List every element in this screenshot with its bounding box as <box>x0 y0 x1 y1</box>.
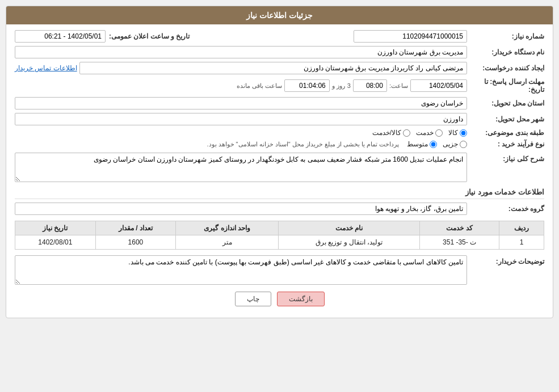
col-service-code: کد خدمت <box>420 221 499 235</box>
row-buyer-description: توضیحات خریدار: <box>15 255 544 285</box>
purchase-type-note: پرداخت تمام یا بخشی از مبلغ خریداز محل "… <box>207 141 399 148</box>
row-buyer-org: نام دستگاه خریدار: <box>15 46 544 58</box>
city-label: شهر محل تحویل: <box>470 115 544 123</box>
cell-service-name: تولید، انتقال و توزیع برق <box>279 235 420 250</box>
cell-need-date: 1402/08/01 <box>15 235 96 250</box>
purchase-jozi-label: جزیی <box>443 140 458 148</box>
service-group-input[interactable] <box>15 203 467 215</box>
buyer-description-value-col <box>15 255 467 285</box>
response-deadline-value-col: ساعت: 3 روز و ساعت باقی مانده <box>15 79 467 92</box>
need-number-input[interactable] <box>354 30 467 43</box>
service-group-value-col <box>15 203 467 215</box>
category-radio-kala[interactable] <box>460 129 467 137</box>
table-row: 1 ت -35- 351 تولید، انتقال و توزیع برق م… <box>15 235 544 250</box>
purchase-type-label: نوع فرآیند خرید : <box>470 140 544 148</box>
city-input[interactable] <box>15 113 467 125</box>
purchase-type-value-col: جزیی متوسط پرداخت تمام یا بخشی از مبلغ خ… <box>15 140 467 148</box>
col-row-num: ردیف <box>499 221 544 235</box>
col-need-date: تاریخ نیاز <box>15 221 96 235</box>
province-label: استان محل تحویل: <box>470 99 544 107</box>
row-response-deadline: مهلت ارسال پاسخ: تا تاریخ: ساعت: 3 روز و… <box>15 78 544 94</box>
creator-label: ایجاد کننده درخواست: <box>470 64 544 72</box>
category-kala-label: کالا <box>448 129 458 137</box>
purchase-jozi-radio[interactable] <box>460 141 467 148</box>
province-value-col <box>15 97 467 109</box>
description-label: شرح کلی نیاز: <box>470 153 544 163</box>
announcement-date-input[interactable] <box>15 30 106 43</box>
page-title: جزئیات اطلاعات نیاز <box>246 11 313 20</box>
creator-value-col: اطلاعات تماس خریدار <box>15 62 467 74</box>
category-option-kala-khedmat: کالا/خدمت <box>372 129 410 137</box>
category-khedmat-label: خدمت <box>416 129 434 137</box>
col-quantity: تعداد / مقدار <box>95 221 176 235</box>
button-row: بازگشت چاپ <box>15 292 544 312</box>
services-table: ردیف کد خدمت نام خدمت واحد اندازه گیری ت… <box>15 221 544 250</box>
cell-row-num: 1 <box>499 235 544 250</box>
purchase-mota-vaset-label: متوسط <box>407 140 428 148</box>
city-value-col <box>15 113 467 125</box>
purchase-mota-vaset: متوسط <box>407 140 437 148</box>
category-radio-khedmat[interactable] <box>435 129 443 137</box>
print-button[interactable]: چاپ <box>235 292 271 306</box>
response-remaining-label: ساعت باقی مانده <box>237 82 282 90</box>
service-group-label: گروه خدمت: <box>470 205 544 213</box>
col-unit: واحد اندازه گیری <box>176 221 279 235</box>
category-label: طبقه بندی موضوعی: <box>470 129 544 137</box>
description-value-col <box>15 153 467 182</box>
response-deadline-label: مهلت ارسال پاسخ: تا تاریخ: <box>470 78 544 94</box>
need-number-label: شماره نیاز: <box>470 32 544 40</box>
table-header-row: ردیف کد خدمت نام خدمت واحد اندازه گیری ت… <box>15 221 544 235</box>
category-option-kala: کالا <box>448 129 467 137</box>
purchase-jozi: جزیی <box>443 140 467 148</box>
row-service-group: گروه خدمت: <box>15 203 544 215</box>
card-body: شماره نیاز: تاریخ و ساعت اعلان عمومی: نا… <box>6 24 553 318</box>
main-card: جزئیات اطلاعات نیاز شماره نیاز: تاریخ و … <box>6 6 553 318</box>
response-days-value: 3 <box>347 82 351 89</box>
row-creator: ایجاد کننده درخواست: اطلاعات تماس خریدار <box>15 62 544 74</box>
services-table-section: ردیف کد خدمت نام خدمت واحد اندازه گیری ت… <box>15 221 544 250</box>
description-textarea[interactable] <box>15 153 467 182</box>
cell-unit: متر <box>176 235 279 250</box>
need-number-value-col <box>193 30 467 43</box>
response-date-input[interactable] <box>410 79 467 92</box>
province-input[interactable] <box>15 97 467 109</box>
row-description: شرح کلی نیاز: <box>15 153 544 182</box>
buyer-org-input[interactable] <box>15 46 467 58</box>
back-button[interactable]: بازگشت <box>277 292 325 306</box>
response-time-label: ساعت: <box>389 82 408 90</box>
category-radio-group: کالا خدمت کالا/خدمت <box>15 129 467 137</box>
cell-quantity: 1600 <box>95 235 176 250</box>
purchase-type-radio-group: جزیی متوسط <box>407 140 467 148</box>
category-radio-kala-khedmat[interactable] <box>403 129 410 137</box>
response-time-input[interactable] <box>353 79 387 92</box>
cell-service-code: ت -35- 351 <box>420 235 499 250</box>
buyer-org-value-col <box>15 46 467 58</box>
announcement-date-col <box>15 30 106 43</box>
row-province: استان محل تحویل: <box>15 97 544 109</box>
purchase-mota-vaset-radio[interactable] <box>430 141 437 148</box>
services-info-title: اطلاعات خدمات مورد نیاز <box>15 188 544 199</box>
row-category: طبقه بندی موضوعی: کالا خدمت کالا/خدمت <box>15 129 544 137</box>
page-wrapper: جزئیات اطلاعات نیاز شماره نیاز: تاریخ و … <box>0 0 559 392</box>
col-service-name: نام خدمت <box>279 221 420 235</box>
category-kala-khedmat-label: کالا/خدمت <box>372 129 401 137</box>
response-remaining-input[interactable] <box>284 79 330 92</box>
card-header: جزئیات اطلاعات نیاز <box>6 6 553 24</box>
response-days-label: روز و <box>332 82 345 90</box>
announcement-date-label: تاریخ و ساعت اعلان عمومی: <box>109 32 190 40</box>
row-city: شهر محل تحویل: <box>15 113 544 125</box>
category-option-khedmat: خدمت <box>416 129 443 137</box>
row-need-number: شماره نیاز: تاریخ و ساعت اعلان عمومی: <box>15 30 544 43</box>
creator-input[interactable] <box>79 62 467 74</box>
buyer-description-label: توضیحات خریدار: <box>470 255 544 265</box>
row-purchase-type: نوع فرآیند خرید : جزیی متوسط پرداخت تمام… <box>15 140 544 148</box>
buyer-description-textarea[interactable] <box>15 255 467 285</box>
buyer-org-label: نام دستگاه خریدار: <box>470 48 544 56</box>
creator-contact-link[interactable]: اطلاعات تماس خریدار <box>15 64 77 72</box>
